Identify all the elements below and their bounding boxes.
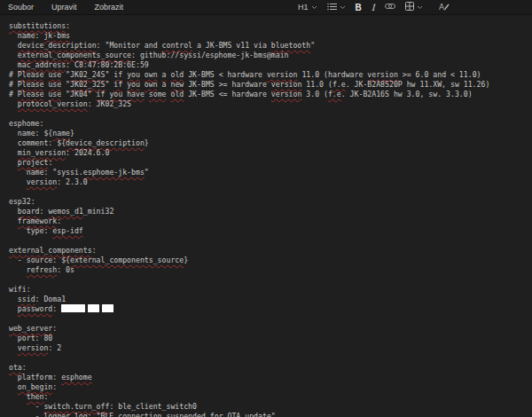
misspelled-word: external_components	[9, 246, 92, 255]
redacted-password-box	[102, 304, 113, 312]
code-text: : 2.3.0	[57, 177, 88, 186]
misspelled-word: use	[48, 80, 61, 89]
code-text: "	[271, 412, 276, 417]
code-text: :	[22, 363, 27, 372]
code-line: on_begin:	[9, 382, 523, 392]
code-text: -	[9, 402, 43, 411]
code-line: - logger.log: "BLE connection suspended …	[9, 412, 523, 417]
list-dropdown[interactable]	[327, 3, 346, 12]
text-editor[interactable]: substitutions: name: jk-bms device_descr…	[0, 15, 532, 417]
misspelled-word: version	[271, 80, 302, 89]
menu-edit[interactable]: Upravit	[51, 3, 77, 12]
code-text: JK-BMS < hardware	[184, 70, 267, 79]
code-text	[9, 216, 18, 225]
misspelled-word: external_components_source	[18, 51, 131, 59]
italic-button[interactable]: I	[372, 3, 375, 12]
code-line: min_version: 2024.6.0	[9, 148, 523, 158]
svg-text:A: A	[439, 3, 445, 12]
code-text	[9, 343, 18, 352]
misspelled-word: have	[127, 90, 145, 98]
misspelled-word: on_begin	[18, 382, 52, 391]
code-text: >= 6.0 and < 11.0)	[398, 70, 481, 79]
code-text: : 2	[48, 343, 61, 352]
code-text	[9, 99, 18, 108]
code-line	[9, 275, 523, 285]
menu-view[interactable]: Zobrazit	[95, 3, 124, 12]
code-text: OTA	[223, 412, 246, 417]
misspelled-word: esphome-jk-bms	[83, 168, 145, 177]
list-icon	[327, 3, 337, 12]
code-text: "	[145, 168, 149, 177]
code-text: :	[66, 21, 70, 30]
misspelled-word: jk-bms	[43, 31, 70, 40]
code-text: type:	[9, 226, 52, 235]
code-text: :	[52, 304, 61, 313]
misspelled-word: external_components_source	[70, 256, 184, 264]
chevron-down-icon	[340, 5, 346, 10]
menubar: Soubor Upravit Zobrazit H1 B	[0, 0, 532, 15]
misspelled-word: new	[170, 80, 184, 89]
chevron-down-icon	[311, 5, 317, 10]
code-line: name: "syssi.esphome-jk-bms"	[9, 168, 523, 177]
misspelled-word: you	[127, 80, 140, 89]
misspelled-word: suspended	[166, 412, 205, 417]
code-text: : Doma1	[35, 295, 66, 303]
code-line: ota:	[9, 363, 523, 373]
misspelled-word: esphome	[61, 373, 92, 382]
format-toolbar: H1 B I	[298, 0, 450, 14]
code-line: # Please use "JK02_32S" if you own a new…	[9, 80, 523, 90]
misspelled-word: framework	[18, 216, 57, 225]
menu-file[interactable]: Soubor	[8, 3, 34, 12]
misspelled-word: password	[18, 304, 52, 313]
code-line: - source: ${external_components_source}	[9, 256, 523, 265]
bold-button[interactable]: B	[356, 3, 362, 12]
code-line: refresh: 0s	[9, 265, 523, 275]
code-line: version: 2	[9, 343, 523, 353]
code-text: "	[105, 70, 113, 79]
code-text: . JK-B2A8S20P hw 11.XW, sw 11.26)	[346, 80, 490, 89]
code-text: esphome:	[9, 119, 43, 128]
code-text	[9, 41, 18, 50]
code-line: ssid: Doma1	[9, 295, 523, 304]
misspelled-word: switch.turn_off	[43, 402, 109, 411]
misspelled-word: old	[170, 90, 184, 98]
code-text: : ble_client_switch0	[109, 402, 197, 411]
code-text: name:	[9, 31, 43, 40]
misspelled-word: esp-idf	[52, 226, 83, 235]
code-text: #	[9, 70, 18, 79]
code-text: a JK-BMS v11 via	[192, 41, 271, 50]
code-line: # Please use "JK04" if you have some old…	[9, 90, 523, 99]
code-text	[9, 51, 18, 59]
misspelled-word: update	[245, 412, 271, 417]
code-text: }	[145, 138, 149, 147]
code-text: : github://syssi/esphome-jk-bms@main	[131, 51, 288, 59]
misspelled-word: protocol_version	[18, 99, 88, 108]
misspelled-word: own	[145, 80, 158, 89]
code-line: name: ${name}	[9, 129, 523, 138]
link-icon	[385, 3, 395, 12]
code-text: "	[61, 70, 70, 79]
code-line: wifi:	[9, 285, 523, 295]
heading-dropdown[interactable]: H1	[298, 3, 317, 12]
code-text: : JK02_32S	[88, 99, 131, 108]
code-text: port: 80	[9, 334, 52, 342]
code-text: :	[43, 392, 48, 401]
code-line: comment: ${device_description}	[9, 138, 523, 148]
table-dropdown[interactable]	[405, 2, 423, 12]
code-text: comment: ${	[9, 138, 66, 147]
code-text: "	[105, 80, 113, 89]
misspelled-word: connection	[118, 412, 161, 417]
code-text: a	[158, 80, 171, 89]
code-line: device_description: "Monitor and control…	[9, 41, 523, 51]
misspelled-word: control	[162, 41, 193, 50]
link-button[interactable]	[385, 3, 395, 12]
code-line: mac_address: C8:47:80:2B:6E:59	[9, 60, 523, 70]
code-text: :	[40, 207, 49, 216]
code-text: : 2024.6.0	[66, 148, 109, 157]
code-line	[9, 187, 523, 197]
misspelled-word: version	[271, 90, 302, 98]
code-line: # Please use "JK02_24S" if you own a old…	[9, 70, 523, 80]
spellcheck-button[interactable]: A	[439, 2, 450, 13]
heading-label: H1	[298, 3, 309, 12]
code-text	[9, 207, 18, 216]
